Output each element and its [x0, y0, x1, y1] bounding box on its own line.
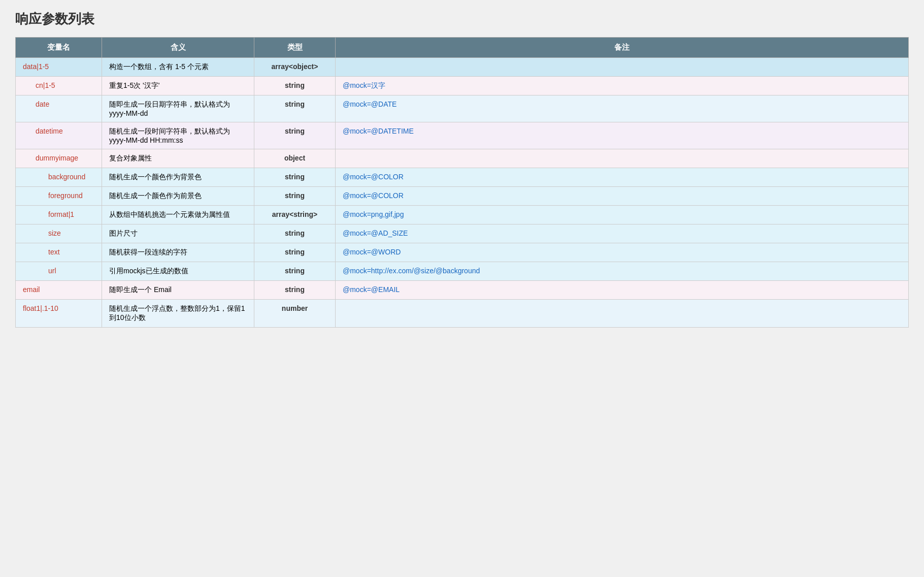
cell-type: object: [254, 149, 336, 168]
table-row: text随机获得一段连续的字符string@mock=@WORD: [16, 243, 909, 262]
table-row: background随机生成一个颜色作为背景色string@mock=@COLO…: [16, 168, 909, 187]
param-name: text: [23, 248, 60, 256]
cell-type: string: [254, 77, 336, 95]
cell-note: @mock=汉字: [336, 77, 909, 95]
table-row: float1|.1-10随机生成一个浮点数，整数部分为1，保留1到10位小数nu…: [16, 300, 909, 328]
cell-note: [336, 149, 909, 168]
cell-meaning: 随机生成一段时间字符串，默认格式为 yyyy-MM-dd HH:mm:ss: [102, 122, 254, 149]
cell-note: [336, 300, 909, 328]
cell-note: @mock=http://ex.com/@size/@background: [336, 262, 909, 281]
cell-name: url: [16, 262, 102, 281]
cell-type: array<object>: [254, 58, 336, 77]
cell-note: [336, 58, 909, 77]
cell-type: string: [254, 122, 336, 149]
cell-meaning: 随机生成一个浮点数，整数部分为1，保留1到10位小数: [102, 300, 254, 328]
cell-type: string: [254, 95, 336, 122]
param-name: cn|1-5: [23, 81, 55, 89]
cell-note: @mock=@EMAIL: [336, 281, 909, 300]
cell-name: size: [16, 225, 102, 243]
table-row: size图片尺寸string@mock=@AD_SIZE: [16, 225, 909, 243]
cell-name: data|1-5: [16, 58, 102, 77]
header-type: 类型: [254, 38, 336, 58]
page-title: 响应参数列表: [15, 10, 909, 28]
header-note: 备注: [336, 38, 909, 58]
response-params-table: 变量名 含义 类型 备注 data|1-5构造一个数组，含有 1-5 个元素ar…: [15, 37, 909, 328]
cell-meaning: 图片尺寸: [102, 225, 254, 243]
cell-name: background: [16, 168, 102, 187]
cell-name: cn|1-5: [16, 77, 102, 95]
cell-meaning: 随机生成一个颜色作为前景色: [102, 187, 254, 206]
cell-meaning: 引用mockjs已生成的数值: [102, 262, 254, 281]
cell-type: string: [254, 281, 336, 300]
cell-note: @mock=@DATETIME: [336, 122, 909, 149]
param-name: data|1-5: [23, 62, 49, 71]
table-row: email随即生成一个 Emailstring@mock=@EMAIL: [16, 281, 909, 300]
cell-name: text: [16, 243, 102, 262]
cell-type: array<string>: [254, 206, 336, 225]
table-row: cn|1-5重复1-5次 '汉字'string@mock=汉字: [16, 77, 909, 95]
cell-meaning: 从数组中随机挑选一个元素做为属性值: [102, 206, 254, 225]
cell-meaning: 随机获得一段连续的字符: [102, 243, 254, 262]
cell-meaning: 构造一个数组，含有 1-5 个元素: [102, 58, 254, 77]
cell-type: string: [254, 187, 336, 206]
cell-note: @mock=@AD_SIZE: [336, 225, 909, 243]
param-name: datetime: [23, 127, 63, 135]
cell-meaning: 随即生成一个 Email: [102, 281, 254, 300]
cell-note: @mock=@COLOR: [336, 187, 909, 206]
table-row: datetime随机生成一段时间字符串，默认格式为 yyyy-MM-dd HH:…: [16, 122, 909, 149]
header-name: 变量名: [16, 38, 102, 58]
cell-meaning: 复合对象属性: [102, 149, 254, 168]
cell-type: string: [254, 168, 336, 187]
param-name: email: [23, 285, 40, 294]
table-row: format|1从数组中随机挑选一个元素做为属性值array<string>@m…: [16, 206, 909, 225]
cell-name: date: [16, 95, 102, 122]
param-name: float1|.1-10: [23, 304, 58, 312]
param-name: foreground: [23, 191, 83, 200]
cell-note: @mock=@WORD: [336, 243, 909, 262]
cell-meaning: 重复1-5次 '汉字': [102, 77, 254, 95]
param-name: background: [23, 173, 85, 181]
cell-type: string: [254, 225, 336, 243]
param-name: size: [23, 229, 61, 237]
cell-type: string: [254, 243, 336, 262]
cell-note: @mock=png,gif,jpg: [336, 206, 909, 225]
table-row: foreground随机生成一个颜色作为前景色string@mock=@COLO…: [16, 187, 909, 206]
table-row: data|1-5构造一个数组，含有 1-5 个元素array<object>: [16, 58, 909, 77]
cell-meaning: 随机生成一个颜色作为背景色: [102, 168, 254, 187]
param-name: url: [23, 267, 56, 275]
cell-note: @mock=@COLOR: [336, 168, 909, 187]
table-row: url引用mockjs已生成的数值string@mock=http://ex.c…: [16, 262, 909, 281]
cell-name: format|1: [16, 206, 102, 225]
param-name: dummyimage: [23, 154, 78, 162]
cell-name: float1|.1-10: [16, 300, 102, 328]
cell-name: email: [16, 281, 102, 300]
table-row: date随即生成一段日期字符串，默认格式为 yyyy-MM-ddstring@m…: [16, 95, 909, 122]
param-name: format|1: [23, 210, 74, 218]
cell-name: foreground: [16, 187, 102, 206]
table-row: dummyimage复合对象属性object: [16, 149, 909, 168]
param-name: date: [23, 100, 49, 108]
cell-name: dummyimage: [16, 149, 102, 168]
cell-type: number: [254, 300, 336, 328]
header-meaning: 含义: [102, 38, 254, 58]
cell-type: string: [254, 262, 336, 281]
cell-name: datetime: [16, 122, 102, 149]
cell-meaning: 随即生成一段日期字符串，默认格式为 yyyy-MM-dd: [102, 95, 254, 122]
cell-note: @mock=@DATE: [336, 95, 909, 122]
